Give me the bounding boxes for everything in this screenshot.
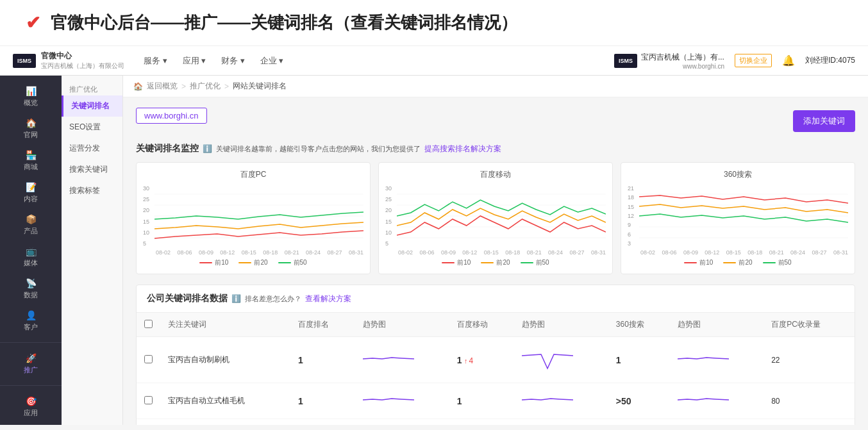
chart-360: 360搜索 21181512963 — [621, 162, 855, 274]
sidebar-item-promo[interactable]: 🚀 推广 — [0, 348, 62, 380]
brand-name: 官微中心 — [41, 51, 124, 62]
sidebar-bottom-section: 🎯 应用 ⚙️ 设置 — [0, 386, 62, 425]
legend-top20-3: 前20 — [723, 258, 752, 267]
row2-trend-1 — [355, 383, 449, 419]
sep1: > — [181, 82, 186, 91]
breadcrumb-current: 网站关键词排名 — [233, 81, 287, 92]
row1-keyword: 宝丙吉自动制刷机 — [160, 337, 290, 383]
row2-checkbox[interactable] — [137, 383, 160, 419]
legend-top50-m: 前50 — [521, 258, 549, 267]
row2-mobile: 1 — [449, 383, 514, 419]
add-keyword-button[interactable]: 添加关键词 — [793, 110, 855, 132]
row1-checkbox[interactable] — [137, 337, 160, 383]
baidu-pc-chart-svg — [154, 184, 363, 248]
media-icon: 📺 — [26, 246, 37, 256]
row2-keyword: 宝丙吉自动立式植毛机 — [160, 383, 290, 419]
website-icon: 🏠 — [26, 118, 37, 128]
monitoring-info: 关键词排名越靠前，越能引导客户点击您的网站，我们为您提供了 — [216, 144, 421, 154]
chart-baidu-mobile: 百度移动 30252015105 — [378, 162, 613, 274]
sidebar-label-customer: 客户 — [24, 322, 38, 332]
sidebar-item-data[interactable]: 📡 数据 — [0, 273, 62, 305]
sub-item-seo-settings[interactable]: SEO设置 — [62, 117, 122, 138]
row2-trend-3 — [670, 383, 764, 419]
sidebar-label-product: 产品 — [24, 226, 38, 236]
sidebar-item-apps[interactable]: 🎯 应用 — [0, 391, 62, 423]
row2-pc-count: 80 — [764, 383, 855, 419]
sub-item-distribution[interactable]: 运营分发 — [62, 138, 122, 159]
chart-360-title: 360搜索 — [628, 169, 848, 180]
nav-right: ISMS 宝丙吉机械（上海）有... www.borghi.cn 切换企业 🔔 … — [614, 52, 855, 70]
sidebar-item-overview[interactable]: 📊 概览 — [0, 81, 62, 113]
col-trend-2: 趋势图 — [514, 313, 608, 337]
table-row: 意大利植毛机 1 3 — [137, 419, 855, 426]
data-solution-link[interactable]: 查看解决方案 — [305, 294, 351, 304]
row3-360: 6 ↓ -1 — [608, 419, 670, 426]
nav-item-service[interactable]: 服务 ▾ — [144, 55, 167, 67]
info-icon: ℹ️ — [203, 144, 212, 153]
legend-top50: 前50 — [278, 258, 307, 267]
title-bar: ✔ 官微中心后台——推广——关键词排名（查看关键词排名情况） — [0, 0, 868, 46]
sidebar-item-product[interactable]: 📦 产品 — [0, 209, 62, 241]
chart-baidu-mobile-title: 百度移动 — [385, 169, 606, 180]
table-body: 宝丙吉自动制刷机 1 1 — [137, 337, 855, 426]
charts-row: 百度PC 30252015105 — [136, 162, 855, 274]
legend-dot-red — [199, 262, 212, 263]
row1-360: 1 — [608, 337, 670, 383]
sidebar-item-content[interactable]: 📝 内容 — [0, 177, 62, 209]
sidebar-main-section: 📊 概览 🏠 官网 🏪 商城 📝 内容 📦 产品 📺 媒体 — [0, 76, 62, 343]
sidebar-item-settings[interactable]: ⚙️ 设置 — [0, 423, 62, 425]
page-title: 官微中心后台——推广——关键词排名（查看关键词排名情况） — [51, 12, 517, 34]
company-name: 宝丙吉机械（上海）有... — [641, 52, 724, 63]
row3-checkbox[interactable] — [137, 419, 160, 426]
legend-dot-orange-m — [481, 262, 494, 263]
table-header-row: 关注关键词 百度排名 趋势图 百度移动 趋势图 360搜索 趋势图 百度PC收录… — [137, 313, 855, 337]
sidebar-item-media[interactable]: 📺 媒体 — [0, 241, 62, 273]
data-table-header: 公司关键词排名数据 ℹ️ 排名差意怎么办？ 查看解决方案 — [137, 285, 855, 313]
domain-box[interactable]: www.borghi.cn — [136, 108, 207, 124]
nav-item-company[interactable]: 企业 ▾ — [260, 55, 284, 67]
chart-baidu-pc-title: 百度PC — [143, 169, 363, 180]
nav-item-app[interactable]: 应用 ▾ — [183, 55, 206, 67]
row1-mobile-trend-svg — [522, 346, 573, 372]
company-info: 宝丙吉机械（上海）有... www.borghi.cn — [641, 52, 724, 70]
col-baidu-mobile: 百度移动 — [449, 313, 514, 337]
chart-legend-2: 前10 前20 前50 — [385, 258, 606, 267]
col-checkbox — [137, 313, 160, 337]
row3-trend-3 — [670, 419, 764, 426]
sidebar-item-website[interactable]: 🏠 官网 — [0, 113, 62, 145]
data-section-title: 公司关键词排名数据 ℹ️ 排名差意怎么办？ 查看解决方案 — [147, 293, 351, 304]
breadcrumb-promo[interactable]: 推广优化 — [190, 81, 221, 92]
table-row: 宝丙吉自动立式植毛机 1 1 — [137, 383, 855, 419]
sidebar-label-data: 数据 — [24, 290, 38, 300]
monitoring-link[interactable]: 提高搜索排名解决方案 — [424, 144, 501, 154]
legend-dot-orange-3 — [723, 262, 736, 263]
sidebar-item-shop[interactable]: 🏪 商城 — [0, 145, 62, 177]
sidebar-label-media: 媒体 — [24, 258, 38, 268]
row1-360-trend-svg — [678, 351, 729, 367]
sidebar: 📊 概览 🏠 官网 🏪 商城 📝 内容 📦 产品 📺 媒体 — [0, 76, 62, 425]
chart-legend-1: 前10 前20 前50 — [143, 258, 363, 267]
sub-item-keyword-rank[interactable]: 关键词排名 — [62, 95, 122, 117]
row3-keyword: 意大利植毛机 — [160, 419, 290, 426]
check-icon: ✔ — [26, 12, 40, 33]
sub-item-search-tag[interactable]: 搜索标签 — [62, 180, 122, 201]
sub-item-search-keyword[interactable]: 搜索关键词 — [62, 159, 122, 180]
legend-top50-3: 前50 — [763, 258, 792, 267]
brand: ISMS 官微中心 宝丙吉机械（上海）有限公司 — [13, 51, 124, 70]
sidebar-label-promo: 推广 — [24, 365, 38, 375]
nav-item-finance[interactable]: 财务 ▾ — [221, 55, 245, 67]
switch-company-button[interactable]: 切换企业 — [735, 54, 772, 67]
bell-icon[interactable]: 🔔 — [782, 54, 795, 67]
promo-icon: 🚀 — [26, 353, 37, 363]
row3-trend-1 — [355, 419, 449, 426]
select-all-checkbox[interactable] — [144, 320, 153, 328]
sidebar-item-customer[interactable]: 👤 客户 — [0, 305, 62, 337]
monitoring-title: 关键词排名监控 ℹ️ 关键词排名越靠前，越能引导客户点击您的网站，我们为您提供了… — [136, 143, 855, 154]
sidebar-promo-section: 🚀 推广 — [0, 343, 62, 386]
row2-trend-2 — [514, 383, 608, 419]
breadcrumb-overview[interactable]: 返回概览 — [147, 81, 178, 92]
col-trend-1: 趋势图 — [355, 313, 449, 337]
brand-text: 官微中心 宝丙吉机械（上海）有限公司 — [41, 51, 124, 70]
row1-change: ↑ 4 — [464, 356, 473, 365]
table-row: 宝丙吉自动制刷机 1 1 — [137, 337, 855, 383]
